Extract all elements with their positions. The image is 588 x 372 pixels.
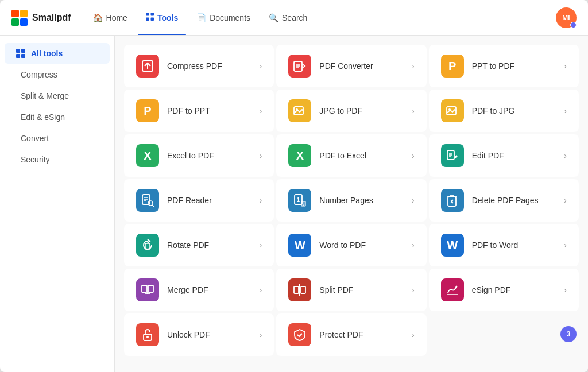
tool-card-number-pages[interactable]: 12Number Pages› xyxy=(276,179,426,222)
tool-icon-esign-pdf xyxy=(441,278,464,301)
svg-rect-1 xyxy=(150,13,154,16)
tool-icon-edit-pdf xyxy=(441,144,464,167)
tool-card-delete-pdf-pages[interactable]: Delete PDF Pages› xyxy=(429,179,579,222)
tool-icon-pdf-reader xyxy=(136,189,159,212)
tool-arrow-icon: › xyxy=(564,241,567,250)
all-tools-icon xyxy=(16,49,25,58)
tool-arrow-icon: › xyxy=(412,241,415,250)
search-icon: 🔍 xyxy=(269,13,278,22)
tool-label: Rotate PDF xyxy=(167,241,252,250)
nav-home[interactable]: 🏠 Home xyxy=(85,9,136,27)
sidebar-item-all-tools[interactable]: All tools xyxy=(5,43,110,64)
tool-icon-ppt-to-pdf: P xyxy=(441,55,464,78)
nav-home-label: Home xyxy=(106,13,127,22)
tool-label: PDF to Word xyxy=(472,241,556,250)
tool-icon-pdf-to-jpg xyxy=(441,99,464,122)
tool-label: Word to PDF xyxy=(319,241,404,250)
tool-card-pdf-to-excel[interactable]: XPDF to Excel› xyxy=(276,134,426,177)
tool-arrow-icon: › xyxy=(260,285,262,294)
tool-card-edit-pdf[interactable]: Edit PDF› xyxy=(429,134,579,177)
tool-arrow-icon: › xyxy=(260,330,262,339)
tool-label: PPT to PDF xyxy=(472,61,556,71)
tool-arrow-icon: › xyxy=(260,196,262,205)
tool-card-esign-pdf[interactable]: eSign PDF› xyxy=(429,269,579,311)
tool-arrow-icon: › xyxy=(412,330,415,339)
sidebar-split-merge-label: Split & Merge xyxy=(21,91,69,100)
svg-rect-2 xyxy=(146,18,149,21)
tool-icon-split-pdf xyxy=(288,278,311,301)
tool-arrow-icon: › xyxy=(260,151,262,160)
svg-rect-0 xyxy=(146,13,149,16)
tool-label: Unlock PDF xyxy=(167,330,252,339)
tool-card-split-pdf[interactable]: Split PDF› xyxy=(276,269,426,311)
tool-card-pdf-to-word[interactable]: WPDF to Word› xyxy=(429,224,579,266)
tool-label: Delete PDF Pages xyxy=(472,196,556,205)
sidebar: All tools Compress Split & Merge Edit & … xyxy=(0,36,115,372)
sidebar-compress-label: Compress xyxy=(21,70,57,79)
tool-label: Excel to PDF xyxy=(167,151,252,160)
tool-label: PDF to JPG xyxy=(472,106,556,115)
tool-label: Merge PDF xyxy=(167,285,252,294)
sidebar-item-compress[interactable]: Compress xyxy=(5,64,110,85)
tool-card-unlock-pdf[interactable]: Unlock PDF› xyxy=(124,313,274,356)
nav-tools[interactable]: Tools xyxy=(138,8,186,27)
tool-card-pdf-to-jpg[interactable]: PDF to JPG› xyxy=(429,90,579,132)
tool-card-compress-pdf[interactable]: Compress PDF› xyxy=(124,45,274,87)
tool-label: Number Pages xyxy=(319,196,404,205)
tools-content: Compress PDF›PDF Converter›PPPT to PDF›P… xyxy=(115,36,588,372)
tool-icon-number-pages: 12 xyxy=(288,189,311,212)
tool-arrow-icon: › xyxy=(564,106,567,115)
tool-card-merge-pdf[interactable]: Merge PDF› xyxy=(124,269,274,311)
documents-icon: 📄 xyxy=(196,13,206,22)
nav-documents[interactable]: 📄 Documents xyxy=(188,9,258,27)
sidebar-edit-esign-label: Edit & eSign xyxy=(21,113,65,122)
tool-arrow-icon: › xyxy=(412,196,415,205)
tool-card-word-to-pdf[interactable]: WWord to PDF› xyxy=(276,224,426,266)
tool-card-pdf-to-ppt[interactable]: PPDF to PPT› xyxy=(124,90,274,132)
tool-icon-pdf-to-ppt: P xyxy=(136,99,159,122)
tool-label: JPG to PDF xyxy=(319,106,404,115)
tool-card-pdf-converter[interactable]: PDF Converter› xyxy=(276,45,426,87)
svg-point-22 xyxy=(148,201,153,206)
tool-label: Split PDF xyxy=(319,285,404,294)
tool-arrow-icon: › xyxy=(412,61,415,71)
tool-arrow-icon: › xyxy=(260,106,262,115)
tool-arrow-icon: › xyxy=(260,241,262,250)
nav-items: 🏠 Home Tools 📄 Documents xyxy=(85,8,551,27)
sidebar-item-security[interactable]: Security xyxy=(5,149,110,170)
sidebar-item-split-merge[interactable]: Split & Merge xyxy=(5,86,110,106)
tool-card-ppt-to-pdf[interactable]: PPPT to PDF› xyxy=(429,45,579,87)
tool-label: PDF Reader xyxy=(167,196,252,205)
tool-label: eSign PDF xyxy=(472,285,556,294)
sidebar-item-edit-esign[interactable]: Edit & eSign xyxy=(5,107,110,127)
tool-icon-rotate-pdf xyxy=(136,234,159,257)
svg-line-23 xyxy=(152,205,154,207)
tool-icon-word-to-pdf: W xyxy=(288,234,311,257)
tool-card-excel-to-pdf[interactable]: XExcel to PDF› xyxy=(124,134,274,177)
tool-label: PDF to Excel xyxy=(319,151,404,160)
svg-rect-3 xyxy=(150,18,154,21)
svg-text:2: 2 xyxy=(303,202,305,206)
sidebar-all-tools-label: All tools xyxy=(31,49,63,58)
tool-icon-compress-pdf xyxy=(136,55,159,78)
tool-arrow-icon: › xyxy=(564,61,567,71)
notification-badge[interactable]: 3 xyxy=(560,326,577,342)
sidebar-convert-label: Convert xyxy=(21,134,49,143)
tool-arrow-icon: › xyxy=(412,285,415,294)
tool-card-pdf-reader[interactable]: PDF Reader› xyxy=(124,179,274,222)
tool-arrow-icon: › xyxy=(412,151,415,160)
tool-card-protect-pdf[interactable]: Protect PDF› xyxy=(276,313,426,356)
svg-point-41 xyxy=(455,286,457,288)
logo-text: Smallpdf xyxy=(32,13,71,23)
logo-area[interactable]: Smallpdf xyxy=(11,10,71,26)
nav-search[interactable]: 🔍 Search xyxy=(261,9,315,27)
sidebar-item-convert[interactable]: Convert xyxy=(5,128,110,149)
tool-icon-pdf-to-word: W xyxy=(441,234,464,257)
svg-rect-35 xyxy=(148,285,153,292)
tools-grid: Compress PDF›PDF Converter›PPPT to PDF›P… xyxy=(124,45,579,356)
tool-card-rotate-pdf[interactable]: Rotate PDF› xyxy=(124,224,274,266)
tool-card-jpg-to-pdf[interactable]: JPG to PDF› xyxy=(276,90,426,132)
app-window: Smallpdf 🏠 Home Tools 📄 xyxy=(0,0,588,372)
tool-icon-unlock-pdf xyxy=(136,323,159,346)
avatar[interactable]: MI xyxy=(556,7,577,28)
